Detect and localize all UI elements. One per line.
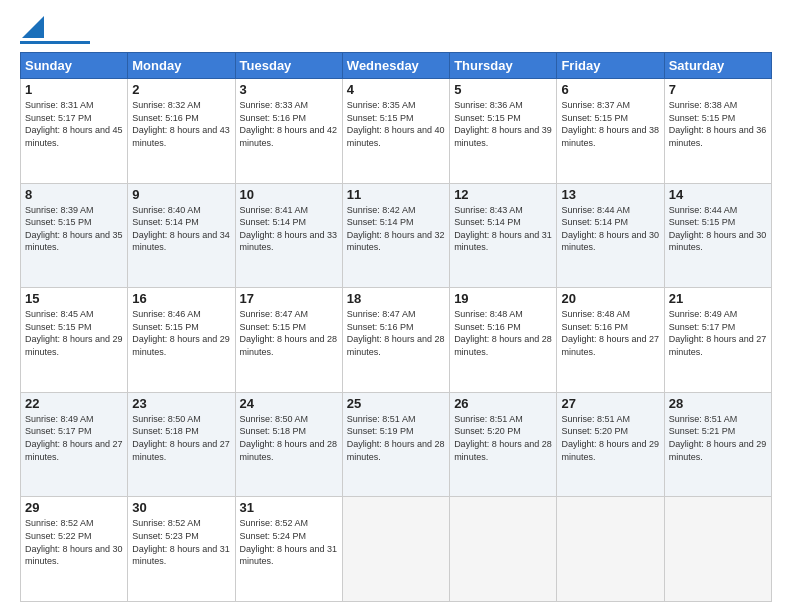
day-number: 26 bbox=[454, 396, 552, 411]
calendar-cell: 27 Sunrise: 8:51 AMSunset: 5:20 PMDaylig… bbox=[557, 392, 664, 497]
day-number: 15 bbox=[25, 291, 123, 306]
day-number: 24 bbox=[240, 396, 338, 411]
day-number: 20 bbox=[561, 291, 659, 306]
day-detail: Sunrise: 8:52 AMSunset: 5:22 PMDaylight:… bbox=[25, 518, 123, 566]
calendar-cell: 13 Sunrise: 8:44 AMSunset: 5:14 PMDaylig… bbox=[557, 183, 664, 288]
day-number: 6 bbox=[561, 82, 659, 97]
day-detail: Sunrise: 8:51 AMSunset: 5:20 PMDaylight:… bbox=[561, 414, 659, 462]
calendar-cell: 25 Sunrise: 8:51 AMSunset: 5:19 PMDaylig… bbox=[342, 392, 449, 497]
day-number: 7 bbox=[669, 82, 767, 97]
day-detail: Sunrise: 8:46 AMSunset: 5:15 PMDaylight:… bbox=[132, 309, 230, 357]
day-number: 1 bbox=[25, 82, 123, 97]
day-detail: Sunrise: 8:45 AMSunset: 5:15 PMDaylight:… bbox=[25, 309, 123, 357]
calendar-cell: 11 Sunrise: 8:42 AMSunset: 5:14 PMDaylig… bbox=[342, 183, 449, 288]
day-detail: Sunrise: 8:47 AMSunset: 5:16 PMDaylight:… bbox=[347, 309, 445, 357]
day-number: 21 bbox=[669, 291, 767, 306]
day-detail: Sunrise: 8:51 AMSunset: 5:20 PMDaylight:… bbox=[454, 414, 552, 462]
calendar-cell: 24 Sunrise: 8:50 AMSunset: 5:18 PMDaylig… bbox=[235, 392, 342, 497]
calendar-cell bbox=[342, 497, 449, 602]
day-detail: Sunrise: 8:37 AMSunset: 5:15 PMDaylight:… bbox=[561, 100, 659, 148]
day-detail: Sunrise: 8:38 AMSunset: 5:15 PMDaylight:… bbox=[669, 100, 767, 148]
calendar-cell: 21 Sunrise: 8:49 AMSunset: 5:17 PMDaylig… bbox=[664, 288, 771, 393]
day-number: 23 bbox=[132, 396, 230, 411]
calendar-cell: 23 Sunrise: 8:50 AMSunset: 5:18 PMDaylig… bbox=[128, 392, 235, 497]
day-detail: Sunrise: 8:48 AMSunset: 5:16 PMDaylight:… bbox=[454, 309, 552, 357]
day-detail: Sunrise: 8:39 AMSunset: 5:15 PMDaylight:… bbox=[25, 205, 123, 253]
logo-underline bbox=[20, 41, 90, 44]
day-number: 10 bbox=[240, 187, 338, 202]
day-number: 17 bbox=[240, 291, 338, 306]
day-detail: Sunrise: 8:47 AMSunset: 5:15 PMDaylight:… bbox=[240, 309, 338, 357]
day-number: 22 bbox=[25, 396, 123, 411]
calendar-table: SundayMondayTuesdayWednesdayThursdayFrid… bbox=[20, 52, 772, 602]
logo bbox=[20, 16, 90, 44]
calendar-cell: 14 Sunrise: 8:44 AMSunset: 5:15 PMDaylig… bbox=[664, 183, 771, 288]
calendar-cell: 28 Sunrise: 8:51 AMSunset: 5:21 PMDaylig… bbox=[664, 392, 771, 497]
calendar-cell: 15 Sunrise: 8:45 AMSunset: 5:15 PMDaylig… bbox=[21, 288, 128, 393]
calendar-cell: 26 Sunrise: 8:51 AMSunset: 5:20 PMDaylig… bbox=[450, 392, 557, 497]
page: SundayMondayTuesdayWednesdayThursdayFrid… bbox=[0, 0, 792, 612]
day-detail: Sunrise: 8:44 AMSunset: 5:15 PMDaylight:… bbox=[669, 205, 767, 253]
day-detail: Sunrise: 8:35 AMSunset: 5:15 PMDaylight:… bbox=[347, 100, 445, 148]
day-number: 11 bbox=[347, 187, 445, 202]
day-number: 18 bbox=[347, 291, 445, 306]
day-number: 9 bbox=[132, 187, 230, 202]
day-number: 14 bbox=[669, 187, 767, 202]
day-number: 16 bbox=[132, 291, 230, 306]
calendar-cell: 9 Sunrise: 8:40 AMSunset: 5:14 PMDayligh… bbox=[128, 183, 235, 288]
calendar-cell: 7 Sunrise: 8:38 AMSunset: 5:15 PMDayligh… bbox=[664, 79, 771, 184]
calendar-cell bbox=[664, 497, 771, 602]
day-number: 3 bbox=[240, 82, 338, 97]
calendar-week-row: 15 Sunrise: 8:45 AMSunset: 5:15 PMDaylig… bbox=[21, 288, 772, 393]
day-number: 5 bbox=[454, 82, 552, 97]
day-detail: Sunrise: 8:51 AMSunset: 5:21 PMDaylight:… bbox=[669, 414, 767, 462]
day-detail: Sunrise: 8:50 AMSunset: 5:18 PMDaylight:… bbox=[132, 414, 230, 462]
day-detail: Sunrise: 8:48 AMSunset: 5:16 PMDaylight:… bbox=[561, 309, 659, 357]
day-detail: Sunrise: 8:51 AMSunset: 5:19 PMDaylight:… bbox=[347, 414, 445, 462]
calendar-cell: 20 Sunrise: 8:48 AMSunset: 5:16 PMDaylig… bbox=[557, 288, 664, 393]
day-number: 12 bbox=[454, 187, 552, 202]
calendar-cell: 29 Sunrise: 8:52 AMSunset: 5:22 PMDaylig… bbox=[21, 497, 128, 602]
calendar-day-header: Saturday bbox=[664, 53, 771, 79]
day-number: 2 bbox=[132, 82, 230, 97]
calendar-cell: 3 Sunrise: 8:33 AMSunset: 5:16 PMDayligh… bbox=[235, 79, 342, 184]
header bbox=[20, 16, 772, 44]
calendar-cell: 4 Sunrise: 8:35 AMSunset: 5:15 PMDayligh… bbox=[342, 79, 449, 184]
day-number: 28 bbox=[669, 396, 767, 411]
day-detail: Sunrise: 8:52 AMSunset: 5:24 PMDaylight:… bbox=[240, 518, 338, 566]
day-number: 29 bbox=[25, 500, 123, 515]
day-number: 30 bbox=[132, 500, 230, 515]
day-detail: Sunrise: 8:32 AMSunset: 5:16 PMDaylight:… bbox=[132, 100, 230, 148]
day-detail: Sunrise: 8:40 AMSunset: 5:14 PMDaylight:… bbox=[132, 205, 230, 253]
calendar-cell: 1 Sunrise: 8:31 AMSunset: 5:17 PMDayligh… bbox=[21, 79, 128, 184]
day-detail: Sunrise: 8:49 AMSunset: 5:17 PMDaylight:… bbox=[25, 414, 123, 462]
day-number: 27 bbox=[561, 396, 659, 411]
day-number: 31 bbox=[240, 500, 338, 515]
calendar-cell: 30 Sunrise: 8:52 AMSunset: 5:23 PMDaylig… bbox=[128, 497, 235, 602]
day-detail: Sunrise: 8:36 AMSunset: 5:15 PMDaylight:… bbox=[454, 100, 552, 148]
calendar-week-row: 1 Sunrise: 8:31 AMSunset: 5:17 PMDayligh… bbox=[21, 79, 772, 184]
logo-icon bbox=[22, 16, 44, 38]
calendar-cell: 18 Sunrise: 8:47 AMSunset: 5:16 PMDaylig… bbox=[342, 288, 449, 393]
calendar-cell: 10 Sunrise: 8:41 AMSunset: 5:14 PMDaylig… bbox=[235, 183, 342, 288]
calendar-week-row: 29 Sunrise: 8:52 AMSunset: 5:22 PMDaylig… bbox=[21, 497, 772, 602]
calendar-cell bbox=[450, 497, 557, 602]
day-detail: Sunrise: 8:33 AMSunset: 5:16 PMDaylight:… bbox=[240, 100, 338, 148]
day-number: 4 bbox=[347, 82, 445, 97]
day-detail: Sunrise: 8:42 AMSunset: 5:14 PMDaylight:… bbox=[347, 205, 445, 253]
calendar-cell bbox=[557, 497, 664, 602]
calendar-day-header: Wednesday bbox=[342, 53, 449, 79]
calendar-cell: 31 Sunrise: 8:52 AMSunset: 5:24 PMDaylig… bbox=[235, 497, 342, 602]
day-number: 8 bbox=[25, 187, 123, 202]
svg-marker-0 bbox=[22, 16, 44, 38]
day-detail: Sunrise: 8:41 AMSunset: 5:14 PMDaylight:… bbox=[240, 205, 338, 253]
calendar-cell: 16 Sunrise: 8:46 AMSunset: 5:15 PMDaylig… bbox=[128, 288, 235, 393]
day-number: 19 bbox=[454, 291, 552, 306]
calendar-day-header: Sunday bbox=[21, 53, 128, 79]
calendar-cell: 2 Sunrise: 8:32 AMSunset: 5:16 PMDayligh… bbox=[128, 79, 235, 184]
calendar-cell: 12 Sunrise: 8:43 AMSunset: 5:14 PMDaylig… bbox=[450, 183, 557, 288]
day-detail: Sunrise: 8:52 AMSunset: 5:23 PMDaylight:… bbox=[132, 518, 230, 566]
calendar-cell: 8 Sunrise: 8:39 AMSunset: 5:15 PMDayligh… bbox=[21, 183, 128, 288]
calendar-cell: 17 Sunrise: 8:47 AMSunset: 5:15 PMDaylig… bbox=[235, 288, 342, 393]
day-detail: Sunrise: 8:49 AMSunset: 5:17 PMDaylight:… bbox=[669, 309, 767, 357]
